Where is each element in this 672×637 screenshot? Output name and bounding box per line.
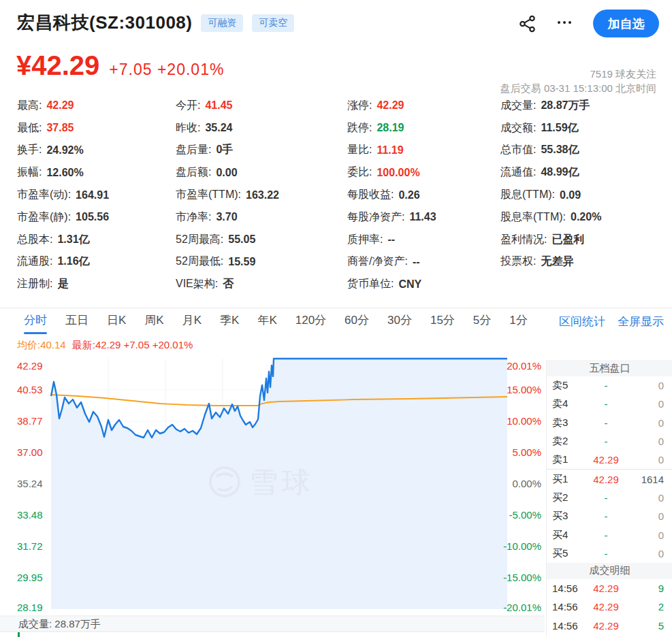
stat-open: 今开:41.45 — [176, 95, 279, 117]
stat-vie: VIE架构:否 — [176, 273, 279, 295]
axis-label: -5.00% — [509, 509, 541, 521]
tab-120min[interactable]: 120分 — [295, 308, 326, 334]
stat-float-shares: 流通股:1.16亿 — [17, 251, 109, 274]
tabbar-links: 区间统计 全屏显示 — [559, 308, 664, 334]
axis-label: -15.00% — [503, 572, 541, 583]
axis-label: 35.24 — [17, 478, 43, 489]
axis-label: 40.53 — [17, 384, 43, 395]
period-tabs: 分时 五日 日K 周K 月K 季K 年K 120分 60分 30分 15分 5分… — [24, 308, 528, 334]
more-menu-icon[interactable] — [553, 14, 576, 31]
intraday-chart[interactable]: 雪球 42.29 40.53 38.77 37.00 35.24 33.48 3… — [0, 354, 545, 637]
stat-volume-ratio: 量比:11.19 — [347, 140, 436, 162]
share-icon[interactable] — [519, 15, 537, 33]
tab-minute[interactable]: 分时 — [24, 308, 47, 334]
tab-15min[interactable]: 15分 — [430, 308, 455, 334]
trade-row: 14:5642.292 — [547, 598, 672, 616]
stat-registration: 注册制:是 — [17, 273, 109, 295]
volume-section: 成交量: 28.87万手 — [0, 616, 545, 637]
axis-label: 38.77 — [17, 415, 43, 427]
stat-turnover: 换手:24.92% — [17, 140, 109, 162]
tab-1min[interactable]: 1分 — [509, 308, 527, 334]
stat-prev-close: 昨收:35.24 — [176, 117, 279, 140]
right-panel: 五档盘口 卖5-0 卖4-0 卖3-0 卖2-0 卖142.290 买142.2… — [546, 360, 672, 637]
tab-yearly-k[interactable]: 年K — [257, 308, 276, 334]
stats-column-3: 涨停:42.29 跌停:28.19 量比:11.19 委比:100.00% 每股… — [347, 95, 436, 295]
stat-limit-down: 跌停:28.19 — [347, 117, 436, 140]
stat-pe-static: 市盈率(静):105.56 — [17, 206, 109, 229]
axis-label: 5.00% — [512, 446, 541, 458]
axis-label: -20.01% — [503, 602, 541, 613]
axis-label: 42.29 — [17, 360, 43, 372]
stat-high: 最高:42.29 — [17, 95, 109, 117]
fullscreen-link[interactable]: 全屏显示 — [618, 314, 664, 329]
stat-bvps: 每股净资产:11.43 — [347, 206, 436, 229]
axis-label: 0.00% — [512, 478, 541, 489]
bid-row-1: 买142.291614 — [547, 469, 672, 488]
stat-volume: 成交量:28.87万手 — [500, 95, 601, 117]
stat-52w-low: 52周最低:15.59 — [176, 251, 279, 274]
axis-label: 20.01% — [507, 360, 541, 372]
stat-total-shares: 总股本:1.31亿 — [17, 229, 109, 251]
bid-row-5: 买5-0 — [547, 544, 672, 563]
stat-pledge-ratio: 质押率:-- — [347, 229, 436, 251]
axis-label: -10.00% — [503, 540, 541, 552]
stat-eps: 每股收益:0.26 — [347, 184, 436, 206]
axis-label: 37.00 — [17, 446, 43, 458]
tab-weekly-k[interactable]: 周K — [144, 308, 163, 334]
stat-voting-rights: 投票权:无差异 — [500, 251, 601, 274]
price-axis: 42.29 40.53 38.77 37.00 35.24 33.48 31.7… — [17, 360, 43, 613]
margin-badge: 可融资 — [201, 14, 243, 32]
stat-market-cap: 总市值:55.38亿 — [500, 140, 601, 162]
ask-row-4: 卖4-0 — [547, 395, 672, 413]
short-badge: 可卖空 — [252, 14, 294, 32]
axis-label: 33.48 — [17, 509, 43, 521]
percent-axis: 20.01% 15.00% 10.00% 5.00% 0.00% -5.00% … — [503, 360, 541, 613]
axis-label: 31.72 — [17, 540, 43, 552]
stat-currency: 货币单位:CNY — [347, 273, 436, 295]
add-watchlist-button[interactable]: 加自选 — [593, 10, 659, 37]
stat-after-hours-vol: 盘后量:0手 — [176, 140, 279, 162]
chart-legend-line: 均价:40.14 最新:42.29 +7.05 +20.01% — [17, 339, 193, 352]
bid-row-2: 买2-0 — [547, 489, 672, 507]
stat-pe-ttm: 市盈率(TTM):163.22 — [176, 184, 279, 206]
tab-quarterly-k[interactable]: 季K — [220, 308, 239, 334]
ask-row-3: 卖3-0 — [547, 414, 672, 432]
followers-count: 7519 球友关注 — [590, 68, 656, 81]
ask-row-5: 卖5-0 — [547, 376, 672, 395]
axis-label: 29.95 — [17, 572, 43, 583]
tab-5day[interactable]: 五日 — [65, 308, 89, 334]
stat-dividend-yield: 股息率(TTM):0.20% — [500, 206, 601, 229]
price-change: +7.05 +20.01% — [109, 61, 224, 79]
stats-column-2: 今开:41.45 昨收:35.24 盘后量:0手 盘后额:0.00 市盈率(TT… — [176, 95, 279, 295]
bid-row-4: 买4-0 — [547, 525, 672, 544]
stat-after-hours-amt: 盘后额:0.00 — [176, 161, 279, 184]
stat-low: 最低:37.85 — [17, 117, 109, 140]
quote-price-row: ¥42.29 +7.05 +20.01% — [16, 50, 224, 81]
tab-monthly-k[interactable]: 月K — [182, 308, 202, 334]
stat-amount: 成交额:11.59亿 — [500, 117, 601, 140]
ask-row-2: 卖2-0 — [547, 432, 672, 451]
header: 宏昌科技(SZ:301008) 可融资 可卖空 — [17, 11, 294, 35]
stats-column-1: 最高:42.29 最低:37.85 换手:24.92% 振幅:12.60% 市盈… — [17, 95, 109, 295]
session-timestamp: 盘后交易 03-31 15:13:00 北京时间 — [500, 82, 656, 95]
avg-price-label: 均价:40.14 — [17, 339, 66, 352]
stat-amplitude: 振幅:12.60% — [17, 161, 109, 184]
tab-daily-k[interactable]: 日K — [107, 308, 126, 334]
axis-label: 15.00% — [507, 384, 541, 395]
stat-pb: 市净率:3.70 — [176, 206, 279, 229]
tab-30min[interactable]: 30分 — [387, 308, 412, 334]
stat-pe-dynamic: 市盈率(动):164.91 — [17, 184, 109, 206]
tab-60min[interactable]: 60分 — [345, 308, 369, 334]
range-stats-link[interactable]: 区间统计 — [559, 314, 605, 329]
bid-row-3: 买3-0 — [547, 507, 672, 525]
volume-header-label: 成交量: 28.87万手 — [18, 618, 101, 630]
trade-row: 14:5642.299 — [547, 579, 672, 598]
stat-goodwill: 商誉/净资产:-- — [347, 251, 436, 274]
stock-quote-page: 宏昌科技(SZ:301008) 可融资 可卖空 加自选 ¥42.29 +7.05… — [0, 0, 672, 637]
stat-dividend: 股息(TTM):0.09 — [500, 184, 601, 206]
stat-float-cap: 流通值:48.99亿 — [500, 161, 601, 184]
chart-tabbar: 分时 五日 日K 周K 月K 季K 年K 120分 60分 30分 15分 5分… — [0, 308, 672, 334]
axis-label: 10.00% — [507, 415, 541, 427]
tab-5min[interactable]: 5分 — [473, 308, 491, 334]
stat-52w-high: 52周最高:55.05 — [176, 229, 279, 251]
